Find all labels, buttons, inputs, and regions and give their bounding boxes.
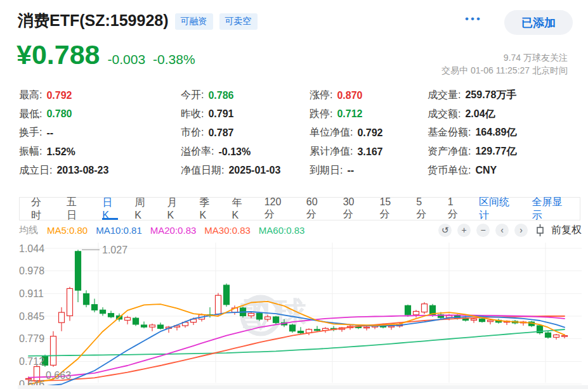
ma-legend-undefined: MA10:0.81: [96, 225, 142, 236]
added-button[interactable]: 已添加: [504, 10, 573, 35]
tab-120分[interactable]: 120分: [265, 198, 290, 220]
stat-item: 资产净值:129.77亿: [428, 143, 571, 162]
followers-count: 9.74 万球友关注: [504, 53, 568, 64]
y-axis-tick: 1.044: [19, 243, 44, 254]
stat-item: 涨停:0.870: [310, 86, 428, 105]
y-axis-tick: 0.978: [19, 265, 44, 276]
stat-item: 今开:0.786: [181, 86, 310, 105]
y-axis-tick: 0.712: [19, 356, 44, 367]
pan-left-icon[interactable]: ‹: [495, 224, 509, 237]
stat-label: 基金份额:: [428, 126, 471, 139]
tab-年K[interactable]: 年K: [232, 198, 248, 220]
stat-item: 成交额:2.04亿: [428, 105, 571, 124]
stat-item: 累计净值:3.167: [310, 143, 428, 162]
stat-label: 溢价率:: [181, 145, 214, 158]
stat-value: --: [46, 127, 53, 139]
stat-value: 0.780: [46, 108, 72, 120]
stat-value: 0.786: [208, 90, 233, 101]
etf-quote-page: 消费ETF(SZ:159928) 可融资 可卖空 ••• 已添加 ¥0.788 …: [0, 0, 588, 389]
candlestick-chart[interactable]: 1.0270.6631.0440.9780.9110.8450.7790.712…: [19, 240, 582, 385]
stat-value: 0.870: [337, 90, 362, 101]
stats-column-2: 今开:0.786昨收:0.791市价:0.787溢价率:-0.13%净值日期:2…: [181, 86, 310, 180]
ma-line-MA20: [29, 315, 565, 377]
stat-item: 单位净值:0.792: [310, 124, 428, 143]
tab-60分[interactable]: 60分: [306, 198, 327, 220]
stat-value: 259.78万手: [465, 89, 516, 102]
tab-1分[interactable]: 1分: [448, 198, 462, 220]
zoom-out-icon[interactable]: −: [476, 224, 490, 237]
price-row: ¥0.788 -0.003 -0.38%: [16, 39, 195, 70]
stat-item: 到期日:--: [310, 161, 428, 180]
period-tabbar: 分时五日日K周K月K季K年K120分60分30分15分5分1分区间统计全屏显示: [19, 197, 580, 220]
stat-item: 市价:0.787: [181, 124, 310, 143]
stat-value: 0.792: [357, 127, 382, 139]
stat-item: 成交量:259.78万手: [428, 86, 571, 105]
stat-value: 1.52%: [46, 146, 75, 158]
trading-status: 交易中 01-06 11:25:27 北京时间: [441, 65, 568, 77]
link-全屏显示[interactable]: 全屏显示: [532, 196, 570, 222]
stat-value: 3.167: [357, 146, 382, 158]
stats-column-1: 最高:0.792最低:0.780换手:--振幅:1.52%成立日:2013-08…: [19, 86, 181, 180]
stat-label: 净值日期:: [181, 164, 224, 177]
zoom-in-icon[interactable]: +: [457, 224, 471, 237]
title-row: 消费ETF(SZ:159928) 可融资 可卖空: [18, 10, 258, 31]
undo-icon[interactable]: ↺: [438, 224, 452, 237]
tab-月K[interactable]: 月K: [167, 198, 183, 220]
tab-五日[interactable]: 五日: [67, 198, 86, 220]
tab-15分[interactable]: 15分: [379, 198, 400, 220]
stat-label: 最高:: [19, 89, 42, 102]
tab-季K[interactable]: 季K: [199, 198, 215, 220]
ma-legend-undefined: MA5:0.80: [47, 225, 88, 236]
price-change: -0.003: [108, 52, 146, 67]
tab-links: 区间统计全屏显示: [479, 196, 580, 222]
stat-value: 0.792: [46, 90, 72, 101]
stat-item: 最高:0.792: [19, 86, 181, 105]
ma-items: MA5:0.80MA10:0.81MA20:0.83MA30:0.83MA60:…: [47, 225, 313, 236]
tab-周K[interactable]: 周K: [134, 198, 150, 220]
marginable-badge: 可融资: [175, 13, 213, 30]
stats-column-4: 成交量:259.78万手成交额:2.04亿基金份额:164.89亿资产净值:12…: [428, 86, 571, 180]
link-区间统计[interactable]: 区间统计: [479, 196, 516, 222]
current-price: ¥0.788: [16, 39, 100, 70]
stat-item: 基金份额:164.89亿: [428, 124, 571, 143]
stat-value: 2025-01-03: [228, 165, 280, 176]
tab-5分[interactable]: 5分: [416, 198, 431, 220]
y-axis-tick: 0.646: [19, 379, 44, 386]
stat-label: 累计净值:: [310, 145, 353, 158]
candle-style-icon[interactable]: [533, 224, 547, 237]
adjust-mode-button[interactable]: 前复权: [551, 224, 582, 237]
stat-label: 最低:: [19, 108, 42, 121]
stat-item: 最低:0.780: [19, 105, 181, 124]
stat-item: 换手:--: [19, 124, 181, 143]
tab-30分[interactable]: 30分: [343, 198, 363, 220]
stat-value: 129.77亿: [475, 145, 516, 158]
stat-label: 振幅:: [19, 145, 42, 158]
stats-grid: 最高:0.792最低:0.780换手:--振幅:1.52%成立日:2013-08…: [19, 86, 571, 180]
ma-legend-row: 均线 MA5:0.80MA10:0.81MA20:0.83MA30:0.83MA…: [19, 222, 582, 238]
ma-legend-undefined: MA20:0.83: [150, 225, 197, 236]
stat-label: 到期日:: [310, 164, 343, 177]
stat-label: 昨收:: [181, 108, 204, 121]
stat-value: 0.791: [208, 108, 233, 120]
pan-right-icon[interactable]: ›: [514, 224, 528, 237]
price-change-percent: -0.38%: [153, 52, 195, 67]
y-axis-tick: 0.779: [19, 333, 44, 344]
more-icon[interactable]: •••: [465, 13, 482, 25]
stat-item: 跌停:0.712: [310, 105, 428, 124]
stat-value: CNY: [475, 165, 497, 176]
stat-item: 振幅:1.52%: [19, 143, 181, 162]
stats-column-3: 涨停:0.870跌停:0.712单位净值:0.792累计净值:3.167到期日:…: [310, 86, 428, 180]
tab-分时[interactable]: 分时: [31, 198, 50, 220]
ma-legend-undefined: MA30:0.83: [204, 225, 251, 236]
stat-value: 2013-08-23: [56, 165, 108, 176]
tab-日K[interactable]: 日K: [102, 198, 118, 220]
stat-value: 2.04亿: [465, 108, 495, 121]
stat-item: 净值日期:2025-01-03: [181, 161, 310, 180]
ma-line-MA60: [29, 329, 565, 356]
stat-label: 换手:: [19, 126, 42, 139]
stat-label: 涨停:: [310, 89, 332, 102]
stat-label: 跌停:: [310, 108, 332, 121]
stat-item: 成立日:2013-08-23: [19, 161, 181, 180]
page-title: 消费ETF(SZ:159928): [18, 10, 169, 31]
stat-value: 0.712: [337, 108, 362, 120]
